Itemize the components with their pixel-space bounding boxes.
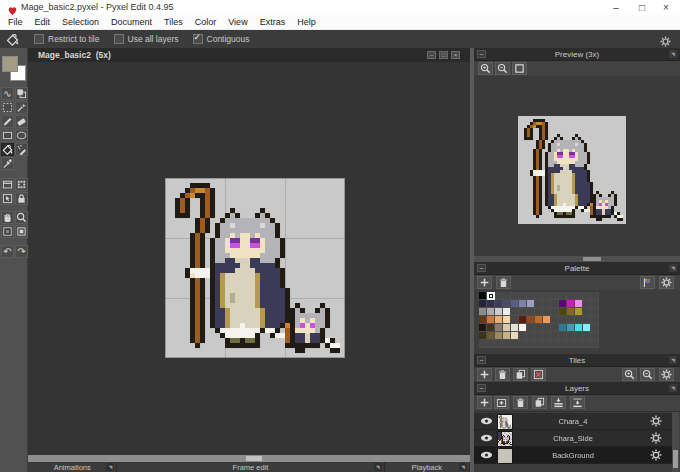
layer-row-chara_4[interactable]: Chara_4 <box>474 413 672 430</box>
palette-swatch[interactable] <box>519 324 527 332</box>
layers-scrollbar[interactable] <box>672 412 679 472</box>
layer-row-background[interactable]: BackGround <box>474 447 672 464</box>
tool-marquee-button[interactable] <box>1 101 14 114</box>
tiles-zoom-out-button[interactable] <box>640 368 655 381</box>
palette-swatch[interactable] <box>503 316 511 324</box>
tool-picker-button[interactable] <box>1 157 14 170</box>
checkbox[interactable]: ✓ <box>193 34 203 44</box>
menu-edit[interactable]: Edit <box>29 15 57 29</box>
layers-add-group-button[interactable] <box>494 396 509 409</box>
menu-document[interactable]: Document <box>105 15 158 29</box>
tool-ellipse-shape-button[interactable] <box>15 129 28 142</box>
palette-swatch[interactable] <box>487 308 495 316</box>
tiles-zoom-in-button[interactable] <box>622 368 637 381</box>
palette-swatch[interactable] <box>495 300 503 308</box>
tool-undo-button[interactable]: ↶ <box>1 245 14 258</box>
palette-swatch[interactable] <box>503 300 511 308</box>
tool-eraser-button[interactable] <box>15 115 28 128</box>
layer-settings-gear-icon[interactable] <box>650 415 662 427</box>
menu-selection[interactable]: Selection <box>56 15 105 29</box>
tool-view-dark-button[interactable] <box>1 225 14 238</box>
scrollbar-thumb[interactable] <box>673 450 678 468</box>
palette-swatch[interactable] <box>479 332 487 340</box>
layer-settings-gear-icon[interactable] <box>650 449 662 461</box>
palette-delete-button[interactable] <box>496 276 511 289</box>
layers-pin-icon[interactable]: ◥ <box>669 384 677 392</box>
preview-pin-icon[interactable]: ◥ <box>669 50 677 58</box>
palette-swatch[interactable] <box>479 308 487 316</box>
palette-swatch[interactable] <box>487 332 495 340</box>
palette-swatch[interactable] <box>511 332 519 340</box>
layer-row-chara_side[interactable]: Chara_Side <box>474 430 672 447</box>
option-use-all-layers[interactable]: Use all layers <box>114 34 179 44</box>
palette-swatch[interactable] <box>575 324 583 332</box>
window-maximize-button[interactable]: □ <box>631 0 653 15</box>
palette-swatch[interactable] <box>519 316 527 324</box>
palette-swatch[interactable] <box>487 292 495 300</box>
palette-swatch[interactable] <box>583 324 591 332</box>
panel-expand-icon[interactable]: ◥ <box>374 463 382 471</box>
checkbox[interactable] <box>114 34 124 44</box>
option-contiguous[interactable]: ✓Contiguous <box>193 34 250 44</box>
tiles-add-button[interactable] <box>477 368 492 381</box>
palette-swatch[interactable] <box>559 324 567 332</box>
preview-zoom-out-button[interactable] <box>495 62 510 75</box>
layers-add-button[interactable] <box>477 396 492 409</box>
tool-dither-button[interactable] <box>15 143 28 156</box>
tool-bucket-button[interactable] <box>1 143 14 156</box>
window-minimize-button[interactable]: – <box>605 0 627 15</box>
bottom-panel-playback[interactable]: Playback◥ <box>385 462 470 472</box>
palette-swatch[interactable] <box>495 316 503 324</box>
tool-pencil-button[interactable] <box>1 115 14 128</box>
palette-mapping-button[interactable] <box>640 276 655 289</box>
palette-swatch[interactable] <box>479 300 487 308</box>
tool-rect-shape-button[interactable] <box>1 129 14 142</box>
tool-hand-button[interactable] <box>1 211 14 224</box>
palette-swatch[interactable] <box>487 324 495 332</box>
palette-swatch[interactable] <box>511 300 519 308</box>
palette-settings-gear-icon[interactable] <box>659 276 674 289</box>
tiles-pin-icon[interactable]: ◥ <box>669 356 677 364</box>
palette-swatch[interactable] <box>479 316 487 324</box>
palette-pin-icon[interactable]: ◥ <box>669 264 677 272</box>
palette-swatch[interactable] <box>559 300 567 308</box>
menu-extras[interactable]: Extras <box>254 15 292 29</box>
doc-restore-button[interactable]: □ <box>439 51 448 59</box>
tool-lock-button[interactable] <box>15 192 28 205</box>
tool-tile-window-button[interactable] <box>1 178 14 191</box>
palette-swatch[interactable] <box>479 292 487 300</box>
tiles-duplicate-button[interactable] <box>513 368 528 381</box>
option-restrict-to-tile[interactable]: Restrict to tile <box>34 34 100 44</box>
palette-swatch[interactable] <box>487 316 495 324</box>
doc-close-button[interactable]: × <box>451 51 460 59</box>
layers-delete-button[interactable] <box>513 396 528 409</box>
palette-swatch[interactable] <box>527 316 535 324</box>
palette-swatch[interactable] <box>535 316 543 324</box>
tiles-delete-button[interactable] <box>495 368 510 381</box>
foreground-color-swatch[interactable] <box>2 56 18 72</box>
tool-cursor-box-button[interactable] <box>1 192 14 205</box>
tool-swap-button[interactable] <box>15 87 28 100</box>
palette-swatch[interactable] <box>503 308 511 316</box>
palette-swatch[interactable] <box>567 300 575 308</box>
tiles-settings-gear-icon[interactable] <box>659 368 674 381</box>
window-close-button[interactable]: × <box>655 0 677 15</box>
palette-swatch[interactable] <box>519 300 527 308</box>
tool-tile-grid-button[interactable] <box>15 178 28 191</box>
checkbox[interactable] <box>34 34 44 44</box>
menu-help[interactable]: Help <box>291 15 322 29</box>
menu-color[interactable]: Color <box>189 15 223 29</box>
tool-redo-button[interactable]: ↷ <box>15 245 28 258</box>
tool-curve-button[interactable]: ∿ <box>1 87 14 100</box>
palette-swatch[interactable] <box>503 324 511 332</box>
tool-wand-button[interactable] <box>15 101 28 114</box>
palette-swatch[interactable] <box>495 308 503 316</box>
layer-settings-gear-icon[interactable] <box>650 432 662 444</box>
document-tab-title[interactable]: Mage_basic2 (5x) <box>38 50 111 60</box>
palette-add-button[interactable] <box>477 276 492 289</box>
preview-zoom-in-button[interactable] <box>478 62 493 75</box>
preview-frame-toggle-button[interactable] <box>512 62 527 75</box>
scrollbar-thumb[interactable] <box>246 456 262 461</box>
palette-swatch[interactable] <box>575 300 583 308</box>
tool-view-light-button[interactable] <box>15 225 28 238</box>
